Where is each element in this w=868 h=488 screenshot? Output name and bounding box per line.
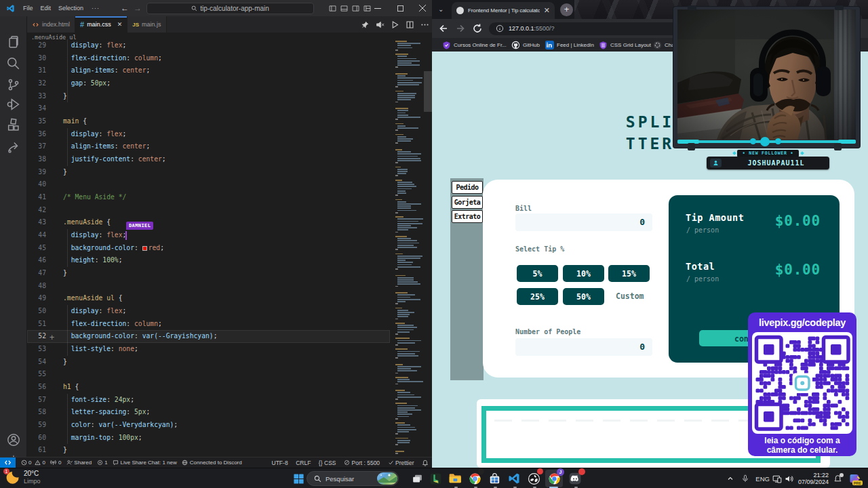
tab-search-chevron-icon[interactable]: ⌄ — [438, 5, 443, 13]
explorer-icon[interactable] — [6, 35, 21, 49]
tip-custom-label[interactable]: Custom — [616, 291, 644, 301]
status-port[interactable]: Port : 5500 — [344, 460, 380, 466]
tab-main-css[interactable]: # main.css ✕ — [75, 16, 127, 33]
split-editor-icon[interactable] — [406, 20, 414, 29]
close-button[interactable] — [413, 0, 432, 16]
search-placeholder-text: Pesquisar — [326, 475, 354, 483]
qr-title: livepix.gg/codeplay — [748, 317, 856, 328]
panel-button-label: con — [734, 334, 749, 344]
menu-more[interactable]: ··· — [92, 5, 100, 12]
close-tab-icon[interactable]: ✕ — [544, 6, 550, 15]
bookmark-2[interactable]: GitHub — [511, 41, 540, 49]
editor-scrollbar[interactable] — [424, 71, 432, 112]
status-prettier[interactable]: Prettier — [388, 460, 414, 466]
tray-chevron-icon[interactable] — [726, 474, 734, 483]
menu-item-gorjeta[interactable]: Gorjeta — [452, 196, 483, 209]
history-forward-icon[interactable]: → — [132, 3, 143, 14]
history-back-icon[interactable]: ← — [119, 3, 130, 14]
participant-count: 1 — [104, 460, 107, 466]
back-icon[interactable] — [438, 23, 449, 34]
bill-input[interactable]: 0 — [515, 214, 652, 231]
tab-index-html[interactable]: index.html — [27, 16, 75, 33]
status-liveshare-chat[interactable]: Live Share Chat: 1 new — [113, 460, 177, 466]
file-explorer-icon[interactable] — [447, 470, 463, 487]
menu-item-pedido[interactable]: Pedido — [452, 181, 483, 194]
run-debug-icon[interactable] — [6, 97, 21, 112]
search-sidebar-icon[interactable] — [6, 56, 21, 71]
obs-icon[interactable] — [526, 470, 542, 487]
vscode-taskbar-icon[interactable] — [506, 470, 522, 487]
menu-edit[interactable]: Edit — [41, 5, 52, 12]
tray-time: 21:22 — [798, 472, 829, 479]
tab-main-js[interactable]: JS main.js — [127, 16, 166, 33]
browser-tab[interactable]: Frontend Mentor | Tip calculato ✕ — [452, 2, 555, 19]
app-icon-1[interactable] — [427, 470, 443, 487]
command-search-box[interactable]: tip-calculator-app-main — [146, 3, 314, 14]
weather-widget[interactable]: 1 20°C Limpo — [5, 470, 41, 485]
people-input[interactable]: 0 — [515, 338, 652, 356]
tip-5-button[interactable]: 5% — [517, 265, 558, 282]
start-button[interactable] — [290, 470, 307, 487]
qr-caption-line2: câmera do celular. — [767, 445, 838, 455]
status-participants[interactable]: 1 — [97, 460, 108, 466]
microphone-icon[interactable] — [741, 474, 749, 483]
forward-icon[interactable] — [455, 23, 466, 34]
notifications-bell-icon[interactable] — [422, 460, 429, 466]
pin-icon[interactable] — [361, 20, 370, 29]
bookmark-1[interactable]: Cursos Online de Fr... — [442, 41, 507, 49]
toggle-secondary-sidebar-icon[interactable] — [351, 4, 360, 13]
status-encoding[interactable]: UTF-8 — [272, 460, 288, 466]
menu-item-extrato[interactable]: Extrato — [452, 210, 483, 223]
site-info-icon[interactable] — [496, 24, 504, 33]
editor-more-icon[interactable] — [420, 20, 429, 29]
code-line-33: 33} — [27, 90, 390, 103]
tray-clock[interactable]: 21:22 07/09/2024 — [798, 472, 829, 486]
bookmark-3[interactable]: Feed | LinkedIn — [545, 41, 594, 49]
tip-10-button[interactable]: 10% — [563, 265, 604, 282]
taskbar-search[interactable]: Pesquisar — [307, 471, 399, 486]
run-file-icon[interactable] — [391, 20, 399, 29]
copilot-icon[interactable]: PRE — [849, 472, 861, 485]
remote-indicator[interactable] — [0, 458, 16, 468]
bookmark-5[interactable]: Cha — [653, 41, 675, 49]
status-language[interactable]: {}CSS — [319, 460, 336, 466]
notification-bell[interactable] — [833, 474, 842, 483]
menu-selection[interactable]: Selection — [58, 5, 83, 12]
maximize-button[interactable] — [391, 0, 410, 16]
source-control-icon[interactable] — [6, 77, 21, 92]
account-icon[interactable] — [6, 432, 21, 447]
reload-icon[interactable] — [472, 23, 483, 34]
ms-store-icon[interactable] — [486, 470, 502, 487]
chrome-icon[interactable] — [467, 470, 483, 487]
close-tab-icon[interactable]: ✕ — [117, 21, 123, 28]
live-share-icon[interactable] — [6, 140, 21, 155]
minimize-button[interactable] — [368, 0, 387, 16]
code-editor[interactable]: 29 display: flex;30 flex-direction: colu… — [27, 39, 390, 457]
mute-speaker-icon[interactable] — [376, 20, 384, 29]
code-line-60: 60 margin-top: 100px; — [27, 432, 390, 445]
cast-screen-icon[interactable] — [772, 474, 782, 483]
discord-icon[interactable] — [567, 470, 583, 487]
new-tab-button[interactable]: + — [560, 3, 573, 16]
tip-50-button[interactable]: 50% — [563, 288, 604, 305]
status-discord[interactable]: Connected to Discord — [182, 460, 241, 466]
status-eol[interactable]: CRLF — [296, 460, 311, 466]
extensions-icon[interactable] — [6, 118, 21, 133]
status-errors[interactable]: 0 0 — [21, 460, 45, 466]
status-shared[interactable]: Shared — [66, 460, 92, 466]
tip-25-button[interactable]: 25% — [517, 288, 558, 305]
tray-language[interactable]: ENG — [755, 475, 770, 483]
toggle-panel-icon[interactable] — [340, 4, 349, 13]
language-label: CSS — [324, 460, 336, 466]
speaker-icon[interactable] — [785, 474, 794, 483]
task-view-button[interactable] — [409, 470, 425, 487]
code-line-50: 50 display: flex; — [27, 305, 390, 318]
toggle-sidebar-icon[interactable] — [328, 4, 337, 13]
webcam-clamp — [834, 143, 842, 150]
tip-15-button[interactable]: 15% — [608, 265, 650, 282]
status-tower[interactable]: 0 — [50, 460, 61, 466]
menu-file[interactable]: File — [23, 5, 33, 12]
minimap[interactable] — [391, 39, 423, 457]
chrome-profile-icon[interactable]: J — [546, 470, 562, 487]
bookmark-4[interactable]: CSS Grid Layout — [599, 41, 651, 49]
